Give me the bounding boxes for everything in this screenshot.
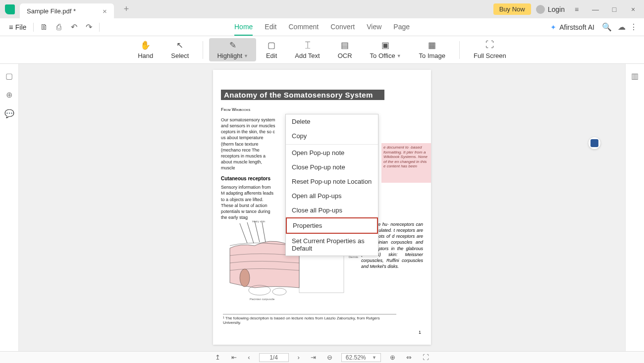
document-tab[interactable]: Sample File.pdf * × <box>20 3 114 18</box>
ctx-close-all[interactable]: Close all Pop-ups <box>286 203 378 217</box>
zoom-out-icon[interactable]: ⊖ <box>325 354 334 361</box>
cursor-icon: ↖ <box>175 40 185 50</box>
document-footnote: ¹ The following description is based on … <box>223 314 396 325</box>
menu-icon[interactable]: ≡ <box>570 2 584 16</box>
file-menu[interactable]: File <box>5 21 30 33</box>
svg-line-2 <box>247 222 254 243</box>
svg-point-7 <box>272 288 286 295</box>
ctx-close-popup[interactable]: Close Pop-up note <box>286 160 378 174</box>
image-icon: ▦ <box>427 40 437 50</box>
to-office-tool[interactable]: ▣ To Office▼ <box>362 38 409 61</box>
ocr-tool[interactable]: ▤ OCR <box>330 38 360 61</box>
first-page-icon[interactable]: ⇤ <box>229 354 239 361</box>
tab-home[interactable]: Home <box>234 19 253 36</box>
document-source: From Wikibooks <box>221 107 423 112</box>
minimize-button[interactable]: — <box>589 2 602 16</box>
document-paragraph: Our somatosensory system and sensors in … <box>221 117 275 171</box>
panel-icon[interactable]: ▥ <box>630 71 640 81</box>
ctx-delete[interactable]: Delete <box>286 114 378 129</box>
svg-line-3 <box>255 221 260 242</box>
svg-text:Pacinian corpuscle: Pacinian corpuscle <box>250 298 275 301</box>
svg-point-5 <box>240 269 250 287</box>
add-text-tool[interactable]: ⌶ Add Text <box>287 38 327 61</box>
ctx-open-all[interactable]: Open all Pop-ups <box>286 189 378 203</box>
ctx-properties[interactable]: Properties <box>286 217 378 234</box>
more-icon[interactable]: ⋮ <box>626 20 641 35</box>
svg-line-1 <box>240 223 247 243</box>
menubar: File 🗎 ⎙ ↶ ↷ Home Edit Comment Convert V… <box>0 18 644 36</box>
right-sidebar: ▥ <box>625 64 644 363</box>
redo-icon[interactable]: ↷ <box>81 20 96 35</box>
new-tab-button[interactable]: + <box>120 2 133 16</box>
context-menu: Delete Copy Open Pop-up note Close Pop-u… <box>285 114 378 256</box>
highlight-tool[interactable]: ✎ Highlight▼ <box>209 38 256 61</box>
last-page-icon[interactable]: ⇥ <box>309 354 318 361</box>
hand-tool[interactable]: ✋ Hand <box>130 38 161 61</box>
thumbnails-icon[interactable]: ▢ <box>4 71 14 81</box>
prev-page-icon[interactable]: ‹ <box>246 354 252 361</box>
save-icon[interactable]: 🗎 <box>37 20 52 35</box>
ocr-icon: ▤ <box>340 40 350 50</box>
document-title: Anatomy of the Somatosensory System <box>221 90 384 100</box>
statusbar: ↥ ⇤ ‹ 1/4 › ⇥ ⊖ 62.52%▼ ⊕ ⇔ ⛶ <box>0 351 644 363</box>
annotation-note: e document to -based formatting. It pter… <box>381 143 431 183</box>
to-image-tool[interactable]: ▦ To Image <box>411 38 453 61</box>
hamburger-icon <box>9 23 13 31</box>
document-paragraph: Sensory information from M adapting affe… <box>221 184 275 220</box>
ctx-open-popup[interactable]: Open Pop-up note <box>286 146 378 160</box>
print-icon[interactable]: ⎙ <box>52 20 66 35</box>
titlebar: Sample File.pdf * × + Buy Now Login ≡ — … <box>0 0 644 18</box>
login-button[interactable]: Login <box>536 5 565 14</box>
tab-edit[interactable]: Edit <box>265 19 276 36</box>
tab-comment[interactable]: Comment <box>288 19 319 36</box>
comments-icon[interactable]: 💬 <box>4 108 14 118</box>
pencil-icon: ✎ <box>228 40 238 50</box>
tab-title: Sample File.pdf * <box>27 7 76 15</box>
zoom-level[interactable]: 62.52%▼ <box>341 353 381 362</box>
ctx-copy[interactable]: Copy <box>286 129 378 143</box>
chevron-down-icon: ▼ <box>397 53 401 58</box>
svg-text:Hairy skin: Hairy skin <box>252 220 265 223</box>
edit-icon: ▢ <box>267 40 276 50</box>
next-page-icon[interactable]: › <box>296 354 302 361</box>
avatar-icon <box>536 5 545 14</box>
hand-icon: ✋ <box>141 40 151 50</box>
scroll-top-icon[interactable]: ↥ <box>213 354 222 361</box>
text-icon: ⌶ <box>303 40 313 50</box>
fullscreen-tool[interactable]: ⛶ Full Screen <box>466 38 514 61</box>
select-tool[interactable]: ↖ Select <box>163 38 197 61</box>
sparkle-icon: ✦ <box>550 23 556 31</box>
fit-page-icon[interactable]: ⛶ <box>421 354 431 361</box>
undo-icon[interactable]: ↶ <box>66 20 81 35</box>
tab-view[interactable]: View <box>367 19 381 36</box>
menu-tabs: Home Edit Comment Convert View Page <box>234 19 410 36</box>
fit-width-icon[interactable]: ⇔ <box>404 354 414 361</box>
ribbon-toolbar: ✋ Hand ↖ Select ✎ Highlight▼ ▢ Edit ⌶ Ad… <box>0 36 644 64</box>
tab-convert[interactable]: Convert <box>330 19 355 36</box>
page-indicator[interactable]: 1/4 <box>259 353 289 362</box>
ai-button[interactable]: ✦ Afirstsoft AI <box>550 23 594 31</box>
search-icon[interactable]: 🔍 <box>599 20 614 35</box>
bookmarks-icon[interactable]: ⊕ <box>4 90 14 100</box>
page-number: 1 <box>419 330 421 335</box>
buy-now-button[interactable]: Buy Now <box>493 3 531 15</box>
maximize-button[interactable]: □ <box>607 2 621 16</box>
edit-tool[interactable]: ▢ Edit <box>258 38 285 61</box>
chevron-down-icon: ▼ <box>244 53 248 58</box>
close-button[interactable]: × <box>626 2 640 16</box>
ctx-reset-popup[interactable]: Reset Pop-up note Location <box>286 174 378 189</box>
office-icon: ▣ <box>380 40 390 50</box>
word-export-badge[interactable] <box>589 137 600 149</box>
app-logo <box>0 4 20 14</box>
fullscreen-icon: ⛶ <box>485 40 495 50</box>
tab-close-icon[interactable]: × <box>101 7 109 15</box>
zoom-in-icon[interactable]: ⊕ <box>388 354 397 361</box>
svg-line-4 <box>262 222 266 242</box>
tab-page[interactable]: Page <box>393 19 410 36</box>
left-sidebar: ▢ ⊕ 💬 <box>0 64 19 363</box>
ctx-set-default[interactable]: Set Current Properties as Default <box>286 234 378 256</box>
